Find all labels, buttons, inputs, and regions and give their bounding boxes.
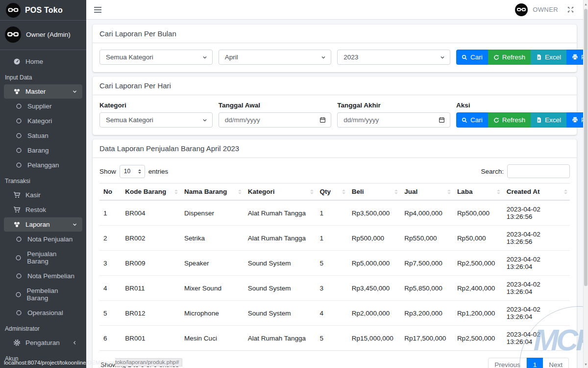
sort-icon (342, 189, 346, 195)
month-value: April (225, 53, 321, 61)
sidebar-item-pembelian-barang[interactable]: Pembelian Barang (4, 284, 82, 305)
cell-kode-barang: BR004 (121, 200, 180, 226)
sidebar-item-nota-penjualan[interactable]: Nota Penjualan (4, 232, 82, 246)
sidebar-item-operasional[interactable]: Operasional (4, 306, 82, 320)
sidebar-item-home[interactable]: Home (4, 54, 82, 69)
sidebar-item-nota-pembelian[interactable]: Nota Pembelian (4, 269, 82, 283)
fullscreen-icon[interactable] (567, 6, 574, 13)
pagination: Previous 1 Next (488, 358, 569, 368)
col-qty[interactable]: Qty (316, 184, 348, 201)
cubes-icon (12, 221, 22, 228)
scrollbar-thumb[interactable] (584, 9, 588, 286)
report-data-card: Data Laporan Penjualan Barang April 2023… (93, 139, 577, 368)
topbar-logo-icon (515, 3, 528, 16)
search-input[interactable] (507, 164, 570, 178)
cari-button[interactable]: Cari (456, 50, 488, 65)
cell-created-at: 2023-04-02 13:26:04 (503, 301, 570, 326)
cell-beli: Rp15,000,000 (348, 326, 401, 351)
nav-section-administrator: Administrator (0, 320, 86, 335)
cell-nama-barang: Dispenser (180, 200, 244, 226)
refresh-label: Refresh (502, 53, 525, 61)
date-start-input[interactable]: dd/mm/yyyy (219, 112, 332, 128)
cari-button[interactable]: Cari (456, 112, 488, 128)
daily-category-select[interactable]: Semua Kategori (99, 112, 213, 128)
print-icon (572, 117, 578, 123)
sidebar-item-supplier[interactable]: Supplier (4, 99, 82, 113)
sidebar-item-label: Nota Penjualan (27, 236, 73, 243)
col-jual[interactable]: Jual (400, 184, 453, 201)
excel-button[interactable]: Excel (531, 50, 566, 65)
cell-qty: 1 (316, 226, 348, 251)
monthly-category-select[interactable]: Semua Kategori (99, 50, 213, 65)
sidebar-item-label: Satuan (27, 132, 49, 139)
user-panel[interactable]: Owner (Admin) (0, 21, 86, 50)
excel-button[interactable]: Excel (531, 112, 566, 128)
brand[interactable]: POS Toko (0, 0, 86, 21)
date-end-input[interactable]: dd/mm/yyyy (337, 112, 450, 128)
refresh-button[interactable]: Refresh (488, 112, 531, 128)
previous-page-button[interactable]: Previous (488, 358, 527, 368)
sidebar-item-pelanggan[interactable]: Pelanggan (4, 158, 82, 172)
sidebar-item-restok[interactable]: Restok (4, 203, 82, 217)
sidebar-item-master[interactable]: Master (4, 84, 82, 99)
sidebar-item-barang[interactable]: Barang (4, 143, 82, 158)
cell-created-at: 2023-04-02 13:26:04 (503, 251, 570, 276)
page-1-button[interactable]: 1 (527, 358, 543, 368)
main-area: OWNER Cari Laporan Per Bulan Semua Kateg… (86, 0, 583, 368)
col-beli[interactable]: Beli (348, 184, 401, 201)
scroll-up-icon[interactable]: ▲ (584, 1, 588, 7)
sidebar-item-pengaturan[interactable]: Pengaturan (4, 336, 82, 350)
cell-created-at: 2023-04-02 13:26:04 (503, 326, 570, 351)
circle-icon (14, 118, 24, 124)
refresh-icon (493, 117, 499, 123)
sidebar-item-kategori[interactable]: Kategori (4, 114, 82, 128)
sort-icon (496, 189, 501, 195)
show-label: Show (99, 168, 116, 175)
status-url-right: toko/laporan/produk.php# (115, 358, 182, 367)
date-start-value: dd/mm/yyyy (225, 116, 320, 124)
sidebar-item-kasir[interactable]: Kasir (4, 188, 82, 202)
cart-icon (12, 206, 22, 213)
page-length-select[interactable]: 10 (120, 165, 145, 178)
brand-logo-icon (6, 3, 21, 18)
cell-no: 1 (99, 200, 121, 226)
chevron-down-icon (72, 222, 77, 227)
entries-label: entries (148, 168, 169, 175)
monthly-card-title: Cari Laporan Per Bulan (93, 25, 577, 43)
sidebar-item-label: Kasir (25, 191, 41, 199)
tanggal-akhir-label: Tanggal Akhir (337, 102, 450, 109)
refresh-icon (493, 54, 499, 60)
sidebar-item-penjualan-barang[interactable]: Penjualan Barang (4, 247, 82, 268)
sort-icon (394, 189, 398, 195)
col-laba[interactable]: Laba (453, 184, 503, 201)
vertical-scrollbar[interactable]: ▲ ▼ (583, 0, 588, 368)
col-no[interactable]: No (99, 184, 121, 201)
col-kategori[interactable]: Kategori (244, 184, 316, 201)
sidebar-item-satuan[interactable]: Satuan (4, 129, 82, 143)
month-select[interactable]: April (219, 50, 332, 65)
col-created-at[interactable]: Created At (503, 184, 570, 201)
sidebar-item-label: Pembelian Barang (27, 287, 77, 302)
col-kode-barang[interactable]: Kode Barang (121, 184, 180, 201)
sidebar-item-label: Master (25, 88, 46, 95)
cell-no: 3 (99, 251, 121, 276)
chevron-left-icon (72, 340, 77, 345)
circle-icon (14, 255, 23, 261)
daily-report-card: Cari Laporan Per Hari Kategori Semua Kat… (93, 77, 577, 135)
sidebar-item-label: Pelanggan (27, 161, 59, 169)
next-page-button[interactable]: Next (543, 358, 569, 368)
refresh-button[interactable]: Refresh (488, 50, 531, 65)
scroll-down-icon[interactable]: ▼ (584, 361, 588, 367)
sidebar-item-laporan[interactable]: Laporan (4, 217, 82, 232)
excel-label: Excel (545, 116, 561, 124)
cell-nama-barang: Speaker (180, 251, 244, 276)
table-row: 4 BR011 Mixer Sound Sound System 3 Rp3,4… (99, 276, 570, 301)
col-nama-barang[interactable]: Nama Barang (180, 184, 244, 201)
cell-laba: Rp2,400,000 (453, 276, 503, 301)
cell-laba: Rp2,500,000 (453, 326, 503, 351)
cubes-icon (12, 88, 22, 95)
menu-toggle-icon[interactable] (94, 7, 101, 13)
year-select[interactable]: 2023 (337, 50, 450, 65)
gauge-icon (12, 58, 22, 65)
cell-kategori: Sound System (244, 301, 316, 326)
